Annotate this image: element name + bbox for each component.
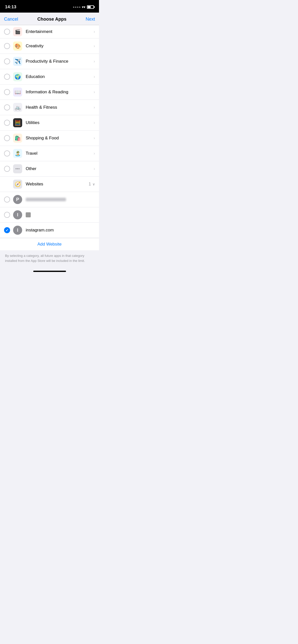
list-item[interactable]: 🎬 Entertainment › bbox=[0, 25, 99, 38]
home-bar bbox=[33, 271, 66, 272]
radio-instagram[interactable] bbox=[4, 227, 10, 233]
chevron-icon: › bbox=[94, 120, 95, 125]
radio-website2[interactable] bbox=[4, 212, 10, 218]
category-list: 🎬 Entertainment › 🎨 Creativity › ✈️ Prod… bbox=[0, 25, 99, 250]
creativity-label: Creativity bbox=[26, 44, 92, 49]
list-item[interactable]: 📖 Information & Reading › bbox=[0, 85, 99, 100]
radio-utilities[interactable] bbox=[4, 120, 10, 126]
other-label: Other bbox=[26, 166, 92, 171]
radio-productivity[interactable] bbox=[4, 58, 10, 64]
footer-text: By selecting a category, all future apps… bbox=[5, 254, 85, 263]
website-item[interactable]: I bbox=[0, 207, 99, 223]
entertainment-label: Entertainment bbox=[26, 29, 92, 34]
status-icons: ▾▾ bbox=[73, 5, 94, 9]
nav-title: Choose Apps bbox=[37, 17, 66, 22]
health-label: Health & Fitness bbox=[26, 105, 92, 110]
instagram-label: instagram.com bbox=[26, 228, 95, 233]
entertainment-icon: 🎬 bbox=[13, 27, 22, 36]
home-indicator bbox=[0, 268, 99, 274]
shopping-label: Shopping & Food bbox=[26, 136, 92, 141]
radio-information[interactable] bbox=[4, 89, 10, 95]
information-label: Information & Reading bbox=[26, 90, 92, 95]
cancel-button[interactable]: Cancel bbox=[4, 16, 18, 23]
travel-label: Travel bbox=[26, 151, 92, 156]
collapse-icon[interactable]: ∨ bbox=[92, 182, 95, 186]
instagram-icon: I bbox=[13, 226, 22, 235]
education-label: Education bbox=[26, 74, 92, 79]
utilities-label: Utilities bbox=[26, 120, 92, 125]
radio-education[interactable] bbox=[4, 74, 10, 80]
websites-icon: 🧭 bbox=[13, 180, 22, 189]
nav-bar: Cancel Choose Apps Next bbox=[0, 13, 99, 25]
website-item[interactable]: P bbox=[0, 192, 99, 207]
health-icon: 🚲 bbox=[13, 103, 22, 112]
list-item[interactable]: 🎨 Creativity › bbox=[0, 38, 99, 54]
website-item-instagram[interactable]: I instagram.com bbox=[0, 223, 99, 238]
productivity-label: Productivity & Finance bbox=[26, 59, 92, 64]
websites-count: 1 bbox=[89, 182, 91, 186]
add-website-label: Add Website bbox=[37, 242, 61, 247]
chevron-icon: › bbox=[94, 167, 95, 171]
chevron-icon: › bbox=[94, 136, 95, 140]
utilities-icon: 🧮 bbox=[13, 118, 22, 127]
information-icon: 📖 bbox=[13, 88, 22, 97]
chevron-icon: › bbox=[94, 74, 95, 79]
status-time: 14:13 bbox=[5, 5, 16, 10]
chevron-icon: › bbox=[94, 105, 95, 110]
list-item[interactable]: ✈️ Productivity & Finance › bbox=[0, 54, 99, 69]
radio-creativity[interactable] bbox=[4, 43, 10, 49]
shopping-icon: 🛍️ bbox=[13, 134, 22, 143]
websites-label: Websites bbox=[26, 182, 89, 187]
travel-icon: 🏝️ bbox=[13, 149, 22, 158]
radio-website1[interactable] bbox=[4, 196, 10, 203]
radio-travel[interactable] bbox=[4, 150, 10, 156]
status-bar: 14:13 ▾▾ bbox=[0, 0, 99, 13]
chevron-icon: › bbox=[94, 90, 95, 94]
footer-note: By selecting a category, all future apps… bbox=[0, 250, 99, 268]
websites-header[interactable]: 🧭 Websites 1 ∨ bbox=[0, 177, 99, 192]
website-icon-1: P bbox=[13, 195, 22, 204]
radio-shopping[interactable] bbox=[4, 135, 10, 141]
list-item[interactable]: 🧮 Utilities › bbox=[0, 115, 99, 131]
website-icon-2: I bbox=[13, 210, 22, 219]
list-item[interactable]: 🌍 Education › bbox=[0, 69, 99, 85]
chevron-icon: › bbox=[94, 29, 95, 34]
chevron-icon: › bbox=[94, 151, 95, 156]
chevron-icon: › bbox=[94, 44, 95, 48]
list-item[interactable]: 🏝️ Travel › bbox=[0, 146, 99, 161]
list-item[interactable]: 🛍️ Shopping & Food › bbox=[0, 131, 99, 146]
website-label-blurred-img bbox=[26, 212, 31, 217]
chevron-icon: › bbox=[94, 59, 95, 64]
productivity-icon: ✈️ bbox=[13, 57, 22, 66]
list-item[interactable]: ••• Other › bbox=[0, 161, 99, 177]
other-icon: ••• bbox=[13, 164, 22, 173]
radio-entertainment[interactable] bbox=[4, 29, 10, 35]
add-website-button[interactable]: Add Website bbox=[0, 238, 99, 250]
signal-icon bbox=[73, 7, 80, 8]
creativity-icon: 🎨 bbox=[13, 42, 22, 51]
radio-other[interactable] bbox=[4, 166, 10, 172]
radio-health[interactable] bbox=[4, 104, 10, 110]
list-item[interactable]: 🚲 Health & Fitness › bbox=[0, 100, 99, 115]
website-label-blurred bbox=[26, 198, 66, 201]
battery-icon bbox=[87, 5, 94, 9]
next-button[interactable]: Next bbox=[86, 16, 95, 23]
wifi-icon: ▾▾ bbox=[82, 5, 85, 9]
education-icon: 🌍 bbox=[13, 72, 22, 81]
